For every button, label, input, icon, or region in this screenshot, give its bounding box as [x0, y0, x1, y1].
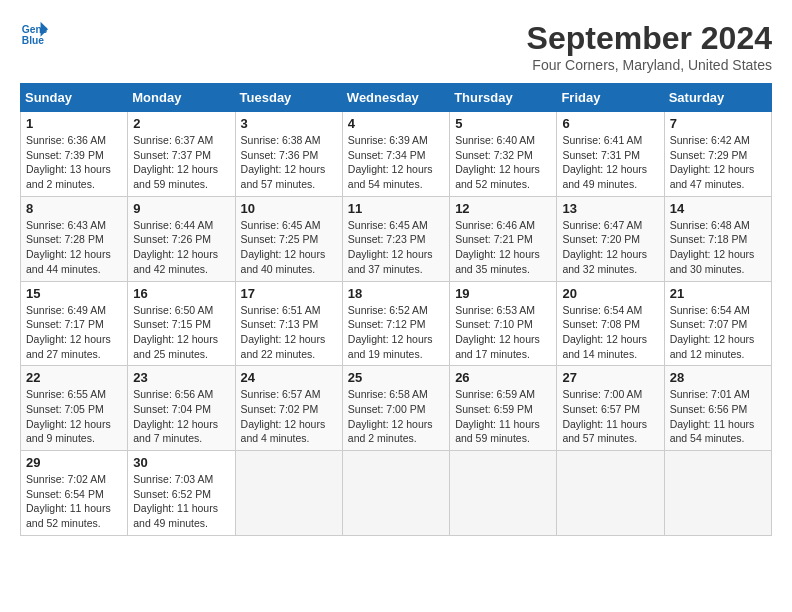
day-number: 9: [133, 201, 229, 216]
month-title: September 2024: [527, 20, 772, 57]
day-info: Sunrise: 6:45 AM Sunset: 7:25 PM Dayligh…: [241, 218, 337, 277]
day-number: 1: [26, 116, 122, 131]
calendar-table: Sunday Monday Tuesday Wednesday Thursday…: [20, 83, 772, 536]
day-number: 10: [241, 201, 337, 216]
day-number: 6: [562, 116, 658, 131]
day-number: 3: [241, 116, 337, 131]
page-header: General Blue September 2024 Four Corners…: [20, 20, 772, 73]
calendar-body: 1Sunrise: 6:36 AM Sunset: 7:39 PM Daylig…: [21, 112, 772, 536]
calendar-cell: 18Sunrise: 6:52 AM Sunset: 7:12 PM Dayli…: [342, 281, 449, 366]
calendar-cell: 27Sunrise: 7:00 AM Sunset: 6:57 PM Dayli…: [557, 366, 664, 451]
calendar-cell: 8Sunrise: 6:43 AM Sunset: 7:28 PM Daylig…: [21, 196, 128, 281]
calendar-week-row: 15Sunrise: 6:49 AM Sunset: 7:17 PM Dayli…: [21, 281, 772, 366]
day-number: 17: [241, 286, 337, 301]
day-info: Sunrise: 6:52 AM Sunset: 7:12 PM Dayligh…: [348, 303, 444, 362]
calendar-cell: 19Sunrise: 6:53 AM Sunset: 7:10 PM Dayli…: [450, 281, 557, 366]
day-info: Sunrise: 6:51 AM Sunset: 7:13 PM Dayligh…: [241, 303, 337, 362]
day-info: Sunrise: 6:50 AM Sunset: 7:15 PM Dayligh…: [133, 303, 229, 362]
day-info: Sunrise: 6:43 AM Sunset: 7:28 PM Dayligh…: [26, 218, 122, 277]
calendar-cell: 2Sunrise: 6:37 AM Sunset: 7:37 PM Daylig…: [128, 112, 235, 197]
calendar-cell: [342, 451, 449, 536]
day-number: 24: [241, 370, 337, 385]
calendar-cell: 12Sunrise: 6:46 AM Sunset: 7:21 PM Dayli…: [450, 196, 557, 281]
svg-text:Blue: Blue: [22, 35, 45, 46]
calendar-cell: 28Sunrise: 7:01 AM Sunset: 6:56 PM Dayli…: [664, 366, 771, 451]
day-info: Sunrise: 6:58 AM Sunset: 7:00 PM Dayligh…: [348, 387, 444, 446]
day-info: Sunrise: 6:54 AM Sunset: 7:08 PM Dayligh…: [562, 303, 658, 362]
calendar-cell: 7Sunrise: 6:42 AM Sunset: 7:29 PM Daylig…: [664, 112, 771, 197]
day-number: 30: [133, 455, 229, 470]
logo: General Blue: [20, 20, 48, 48]
col-wednesday: Wednesday: [342, 84, 449, 112]
calendar-week-row: 1Sunrise: 6:36 AM Sunset: 7:39 PM Daylig…: [21, 112, 772, 197]
calendar-week-row: 29Sunrise: 7:02 AM Sunset: 6:54 PM Dayli…: [21, 451, 772, 536]
col-saturday: Saturday: [664, 84, 771, 112]
calendar-cell: 9Sunrise: 6:44 AM Sunset: 7:26 PM Daylig…: [128, 196, 235, 281]
day-number: 16: [133, 286, 229, 301]
day-info: Sunrise: 7:02 AM Sunset: 6:54 PM Dayligh…: [26, 472, 122, 531]
day-number: 2: [133, 116, 229, 131]
day-number: 20: [562, 286, 658, 301]
day-number: 15: [26, 286, 122, 301]
day-number: 5: [455, 116, 551, 131]
calendar-cell: 17Sunrise: 6:51 AM Sunset: 7:13 PM Dayli…: [235, 281, 342, 366]
day-number: 11: [348, 201, 444, 216]
day-number: 14: [670, 201, 766, 216]
day-number: 21: [670, 286, 766, 301]
calendar-cell: 10Sunrise: 6:45 AM Sunset: 7:25 PM Dayli…: [235, 196, 342, 281]
col-tuesday: Tuesday: [235, 84, 342, 112]
calendar-cell: 29Sunrise: 7:02 AM Sunset: 6:54 PM Dayli…: [21, 451, 128, 536]
day-info: Sunrise: 6:56 AM Sunset: 7:04 PM Dayligh…: [133, 387, 229, 446]
calendar-cell: 21Sunrise: 6:54 AM Sunset: 7:07 PM Dayli…: [664, 281, 771, 366]
day-info: Sunrise: 7:00 AM Sunset: 6:57 PM Dayligh…: [562, 387, 658, 446]
day-number: 19: [455, 286, 551, 301]
day-number: 12: [455, 201, 551, 216]
day-info: Sunrise: 6:40 AM Sunset: 7:32 PM Dayligh…: [455, 133, 551, 192]
day-info: Sunrise: 6:57 AM Sunset: 7:02 PM Dayligh…: [241, 387, 337, 446]
col-monday: Monday: [128, 84, 235, 112]
calendar-cell: 6Sunrise: 6:41 AM Sunset: 7:31 PM Daylig…: [557, 112, 664, 197]
day-info: Sunrise: 7:01 AM Sunset: 6:56 PM Dayligh…: [670, 387, 766, 446]
day-number: 4: [348, 116, 444, 131]
calendar-cell: [235, 451, 342, 536]
calendar-cell: 30Sunrise: 7:03 AM Sunset: 6:52 PM Dayli…: [128, 451, 235, 536]
calendar-cell: 13Sunrise: 6:47 AM Sunset: 7:20 PM Dayli…: [557, 196, 664, 281]
day-info: Sunrise: 7:03 AM Sunset: 6:52 PM Dayligh…: [133, 472, 229, 531]
calendar-cell: 15Sunrise: 6:49 AM Sunset: 7:17 PM Dayli…: [21, 281, 128, 366]
day-number: 13: [562, 201, 658, 216]
day-info: Sunrise: 6:53 AM Sunset: 7:10 PM Dayligh…: [455, 303, 551, 362]
calendar-cell: 4Sunrise: 6:39 AM Sunset: 7:34 PM Daylig…: [342, 112, 449, 197]
day-info: Sunrise: 6:47 AM Sunset: 7:20 PM Dayligh…: [562, 218, 658, 277]
logo-icon: General Blue: [20, 20, 48, 48]
day-number: 26: [455, 370, 551, 385]
calendar-cell: 20Sunrise: 6:54 AM Sunset: 7:08 PM Dayli…: [557, 281, 664, 366]
day-number: 18: [348, 286, 444, 301]
calendar-week-row: 22Sunrise: 6:55 AM Sunset: 7:05 PM Dayli…: [21, 366, 772, 451]
col-friday: Friday: [557, 84, 664, 112]
day-info: Sunrise: 6:39 AM Sunset: 7:34 PM Dayligh…: [348, 133, 444, 192]
location: Four Corners, Maryland, United States: [527, 57, 772, 73]
header-row: Sunday Monday Tuesday Wednesday Thursday…: [21, 84, 772, 112]
calendar-cell: 5Sunrise: 6:40 AM Sunset: 7:32 PM Daylig…: [450, 112, 557, 197]
calendar-cell: 14Sunrise: 6:48 AM Sunset: 7:18 PM Dayli…: [664, 196, 771, 281]
day-info: Sunrise: 6:48 AM Sunset: 7:18 PM Dayligh…: [670, 218, 766, 277]
day-info: Sunrise: 6:44 AM Sunset: 7:26 PM Dayligh…: [133, 218, 229, 277]
day-number: 27: [562, 370, 658, 385]
day-number: 28: [670, 370, 766, 385]
calendar-cell: 24Sunrise: 6:57 AM Sunset: 7:02 PM Dayli…: [235, 366, 342, 451]
calendar-cell: [557, 451, 664, 536]
day-info: Sunrise: 6:37 AM Sunset: 7:37 PM Dayligh…: [133, 133, 229, 192]
day-info: Sunrise: 6:45 AM Sunset: 7:23 PM Dayligh…: [348, 218, 444, 277]
day-info: Sunrise: 6:41 AM Sunset: 7:31 PM Dayligh…: [562, 133, 658, 192]
calendar-cell: 25Sunrise: 6:58 AM Sunset: 7:00 PM Dayli…: [342, 366, 449, 451]
day-info: Sunrise: 6:36 AM Sunset: 7:39 PM Dayligh…: [26, 133, 122, 192]
day-number: 29: [26, 455, 122, 470]
day-info: Sunrise: 6:38 AM Sunset: 7:36 PM Dayligh…: [241, 133, 337, 192]
calendar-cell: 11Sunrise: 6:45 AM Sunset: 7:23 PM Dayli…: [342, 196, 449, 281]
calendar-cell: 23Sunrise: 6:56 AM Sunset: 7:04 PM Dayli…: [128, 366, 235, 451]
calendar-cell: 16Sunrise: 6:50 AM Sunset: 7:15 PM Dayli…: [128, 281, 235, 366]
day-number: 7: [670, 116, 766, 131]
day-number: 8: [26, 201, 122, 216]
day-number: 23: [133, 370, 229, 385]
day-info: Sunrise: 6:55 AM Sunset: 7:05 PM Dayligh…: [26, 387, 122, 446]
